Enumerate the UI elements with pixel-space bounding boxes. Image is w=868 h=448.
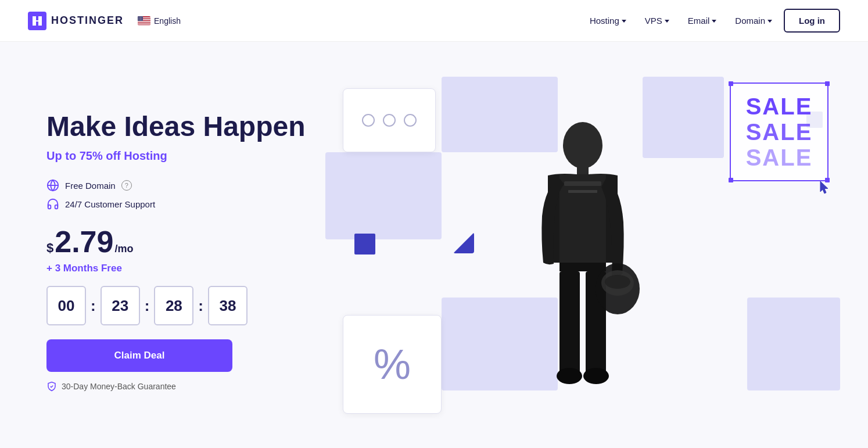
- deco-dark-square-1: [354, 234, 375, 255]
- discount-highlight: 75%: [80, 149, 103, 162]
- svg-point-10: [141, 17, 142, 17]
- price-amount: 2.79: [55, 227, 113, 257]
- sale-display-box: SALE SALE SALE: [730, 83, 828, 181]
- claim-deal-button[interactable]: Claim Deal: [46, 339, 232, 372]
- svg-point-15: [140, 19, 141, 20]
- price-block: $ 2.79 /mo: [46, 227, 325, 257]
- person-svg: [501, 112, 664, 425]
- svg-point-13: [141, 18, 142, 19]
- feature-support: 24/7 Customer Support: [46, 198, 325, 210]
- header: HOSTINGER English: [0, 0, 868, 42]
- support-label: 24/7 Customer Support: [65, 199, 155, 209]
- person-illustration: [501, 112, 664, 425]
- language-label: English: [154, 16, 181, 26]
- countdown-minutes: 23: [101, 286, 140, 325]
- deco-lavender-2: [325, 152, 442, 239]
- circle-dot-2: [383, 114, 396, 127]
- flag-icon: [138, 16, 150, 26]
- svg-point-12: [140, 18, 141, 19]
- main-content: Make Ideas Happen Up to 75% off Hosting …: [0, 42, 868, 448]
- guarantee-line: 30-Day Money-Back Guarantee: [46, 381, 325, 392]
- info-icon[interactable]: ?: [121, 180, 132, 191]
- cursor-icon: [818, 180, 832, 196]
- sale-text-2: SALE: [746, 119, 813, 145]
- language-selector[interactable]: English: [138, 16, 181, 26]
- nav-hosting[interactable]: Hosting: [583, 11, 633, 30]
- deco-lavender-4: [747, 298, 840, 390]
- headset-icon: [46, 198, 59, 210]
- deco-circles-box: [343, 88, 436, 152]
- login-button[interactable]: Log in: [784, 9, 840, 33]
- hero-section: Make Ideas Happen Up to 75% off Hosting …: [46, 110, 325, 392]
- svg-rect-23: [568, 190, 597, 193]
- logo-icon: [28, 12, 46, 30]
- svg-rect-4: [138, 21, 150, 22]
- svg-point-11: [138, 18, 139, 19]
- chevron-down-icon: [712, 20, 716, 23]
- svg-rect-25: [559, 271, 580, 376]
- svg-point-8: [138, 17, 139, 17]
- svg-point-27: [557, 368, 582, 384]
- nav-vps[interactable]: VPS: [638, 11, 676, 30]
- circle-dot-1: [362, 114, 375, 127]
- price-period: /mo: [114, 243, 133, 255]
- globe-icon: [46, 179, 59, 192]
- domain-label: Free Domain: [65, 181, 116, 191]
- guarantee-text: 30-Day Money-Back Guarantee: [62, 382, 176, 391]
- percent-sign: %: [374, 343, 411, 385]
- feature-domain: Free Domain ?: [46, 179, 325, 192]
- hero-subtitle: Up to 75% off Hosting: [46, 149, 325, 163]
- percent-display-box: %: [343, 315, 442, 414]
- chevron-down-icon: [665, 20, 669, 23]
- sale-corner-tr: [825, 81, 830, 86]
- svg-point-14: [138, 19, 139, 20]
- price-currency: $: [46, 241, 53, 256]
- brand-name: HOSTINGER: [51, 15, 124, 27]
- svg-rect-5: [138, 23, 150, 24]
- sale-corner-bl: [729, 178, 733, 182]
- shield-check-icon: [46, 381, 57, 392]
- countdown-hours: 00: [46, 286, 86, 325]
- svg-rect-21: [559, 174, 606, 264]
- deco-triangle: [453, 232, 474, 253]
- sale-corner-tl: [729, 81, 733, 86]
- svg-point-16: [141, 19, 142, 20]
- svg-rect-22: [564, 181, 601, 186]
- price-line: $ 2.79 /mo: [46, 227, 325, 257]
- svg-point-28: [583, 368, 609, 384]
- nav-domain[interactable]: Domain: [728, 11, 779, 30]
- hero-title: Make Ideas Happen: [46, 110, 325, 142]
- countdown-separator: :: [91, 297, 96, 315]
- countdown-timer: 00 : 23 : 28 : 38: [46, 286, 325, 325]
- hero-illustration: SALE SALE SALE %: [325, 77, 840, 425]
- svg-point-9: [140, 17, 141, 17]
- chevron-down-icon: [622, 20, 626, 23]
- features-list: Free Domain ? 24/7 Customer Support: [46, 179, 325, 210]
- header-right: Hosting VPS Email Domain Log in: [583, 9, 840, 33]
- promo-note: + 3 Months Free: [46, 263, 325, 274]
- svg-rect-24: [559, 263, 606, 271]
- countdown-separator: :: [145, 297, 150, 315]
- countdown-seconds: 28: [154, 286, 193, 325]
- sale-text-1: SALE: [746, 94, 813, 119]
- svg-point-19: [563, 122, 602, 169]
- svg-rect-6: [138, 24, 150, 26]
- nav-email[interactable]: Email: [681, 11, 724, 30]
- countdown-separator: :: [198, 297, 203, 315]
- sale-text-3: SALE: [746, 145, 813, 170]
- countdown-frames: 38: [208, 286, 248, 325]
- logo[interactable]: HOSTINGER: [28, 12, 124, 30]
- svg-point-31: [605, 275, 630, 289]
- header-left: HOSTINGER English: [28, 12, 181, 30]
- circle-dot-3: [404, 114, 417, 127]
- chevron-down-icon: [767, 20, 772, 23]
